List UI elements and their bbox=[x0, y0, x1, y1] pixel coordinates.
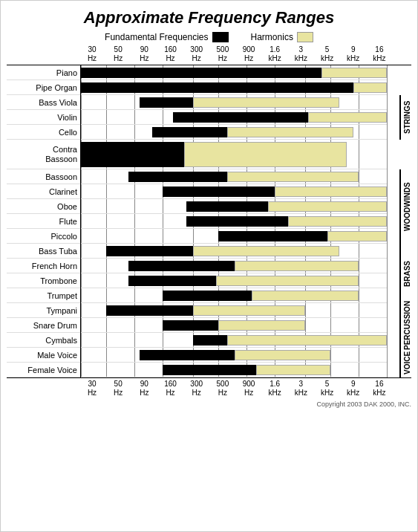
row-divider-19 bbox=[81, 377, 387, 377]
legend: Fundamental Frequencies Harmonics bbox=[7, 32, 411, 42]
row-divider-5 bbox=[81, 169, 387, 169]
bar-black-14 bbox=[163, 291, 252, 301]
bar-tan-6 bbox=[227, 172, 359, 182]
legend-harmonics: Harmonics bbox=[251, 32, 313, 42]
freq-900: 900Hz bbox=[238, 45, 260, 63]
label-bass-tuba: Bass Tuba bbox=[7, 244, 80, 259]
freq-1k6: 1.6kHz bbox=[264, 45, 286, 63]
row-divider-14 bbox=[81, 302, 387, 303]
label-violin: Violin bbox=[7, 110, 80, 125]
bar-black-16 bbox=[163, 320, 218, 331]
label-snare-drum: Snare Drum bbox=[7, 318, 80, 333]
grid-line-30 bbox=[81, 65, 82, 377]
row-divider-17 bbox=[81, 347, 387, 348]
row-divider-3 bbox=[81, 124, 387, 125]
bars-area bbox=[81, 65, 388, 377]
freq-3k: 3kHz bbox=[290, 45, 312, 63]
row-divider-7 bbox=[81, 198, 387, 199]
bar-black-19 bbox=[163, 365, 256, 375]
bar-black-5 bbox=[81, 142, 184, 167]
freq-5k: 5kHz bbox=[316, 45, 339, 63]
bar-black-2 bbox=[140, 97, 193, 108]
brace-voice: VOICE bbox=[399, 348, 411, 377]
freq-500: 500Hz bbox=[212, 45, 234, 63]
bar-black-0 bbox=[81, 68, 321, 78]
bar-tan-1 bbox=[353, 82, 387, 93]
bar-tan-16 bbox=[218, 320, 306, 331]
row-divider-9 bbox=[81, 228, 387, 229]
freq-9k: 9kHz bbox=[342, 45, 365, 63]
bar-black-4 bbox=[152, 127, 226, 137]
bar-black-9 bbox=[186, 216, 288, 227]
bar-black-3 bbox=[173, 112, 308, 123]
row-divider-12 bbox=[81, 273, 387, 273]
row-divider-4 bbox=[81, 139, 387, 140]
label-clarinet: Clarinet bbox=[7, 184, 80, 199]
bar-tan-3 bbox=[308, 112, 387, 123]
bar-tan-14 bbox=[252, 291, 359, 301]
brace-percussion: PERCUSSION bbox=[399, 303, 411, 348]
freq-50: 50Hz bbox=[107, 45, 129, 63]
freq-30: 30Hz bbox=[81, 45, 103, 63]
brace-strings: STRINGS bbox=[399, 95, 411, 140]
row-divider-11 bbox=[81, 258, 387, 259]
row-divider-0 bbox=[81, 80, 387, 80]
chart-body: Piano Pipe Organ Bass Viola Violin Cello… bbox=[7, 65, 411, 378]
row-divider-6 bbox=[81, 184, 387, 184]
label-bassoon: Bassoon bbox=[7, 169, 80, 184]
label-piano: Piano bbox=[7, 65, 80, 80]
brace-brass: BRASS bbox=[399, 244, 411, 303]
legend-fundamental-label: Fundamental Frequencies bbox=[105, 32, 208, 42]
label-tympani: Tympani bbox=[7, 303, 80, 318]
label-flute: Flute bbox=[7, 214, 80, 229]
grid-line-160 bbox=[163, 65, 163, 377]
bar-black-1 bbox=[81, 82, 353, 93]
freq-300: 300Hz bbox=[186, 45, 208, 63]
label-female-voice: Female Voice bbox=[7, 363, 80, 377]
label-contra-bassoon: ContraBassoon bbox=[7, 140, 80, 169]
bar-tan-10 bbox=[327, 231, 387, 241]
row-divider-8 bbox=[81, 213, 387, 214]
bar-tan-5 bbox=[184, 142, 347, 167]
legend-black-box bbox=[212, 32, 229, 42]
freq-90: 90Hz bbox=[133, 45, 155, 63]
bar-tan-19 bbox=[256, 365, 330, 375]
section-labels: STRINGS WOODWINDS BRASS PERCUSSION VOICE bbox=[388, 65, 411, 377]
copyright: Copyright 2003 DAK 2000, INC. bbox=[7, 400, 411, 408]
legend-fundamental: Fundamental Frequencies bbox=[105, 32, 228, 42]
label-oboe: Oboe bbox=[7, 199, 80, 214]
label-bass-viola: Bass Viola bbox=[7, 95, 80, 110]
bar-black-13 bbox=[128, 276, 216, 286]
row-divider-1 bbox=[81, 94, 387, 95]
bar-tan-12 bbox=[235, 261, 359, 271]
bar-black-18 bbox=[140, 350, 235, 360]
grid-line-50 bbox=[106, 65, 107, 377]
bar-black-11 bbox=[106, 246, 194, 256]
label-male-voice: Male Voice bbox=[7, 348, 80, 363]
bar-tan-2 bbox=[193, 97, 339, 108]
legend-harmonics-label: Harmonics bbox=[251, 32, 293, 42]
bar-tan-8 bbox=[268, 201, 387, 212]
label-french-horn: French Horn bbox=[7, 259, 80, 273]
row-divider-10 bbox=[81, 243, 387, 244]
row-divider-13 bbox=[81, 288, 387, 288]
bar-black-17 bbox=[193, 335, 226, 346]
bar-tan-9 bbox=[288, 216, 387, 227]
label-pipe-organ: Pipe Organ bbox=[7, 80, 80, 95]
bar-black-6 bbox=[128, 172, 226, 182]
row-divider-15 bbox=[81, 317, 387, 318]
page: Approximate Frequency Ranges Fundamental… bbox=[0, 0, 418, 532]
page-title: Approximate Frequency Ranges bbox=[7, 8, 411, 27]
chart-container: 30Hz 50Hz 90Hz 160Hz 300Hz 500Hz 900Hz 1… bbox=[7, 45, 411, 399]
legend-tan-box bbox=[297, 32, 313, 42]
row-divider-16 bbox=[81, 332, 387, 333]
bar-tan-0 bbox=[321, 68, 387, 78]
freq-16k: 16kHz bbox=[368, 45, 391, 63]
bar-tan-4 bbox=[227, 127, 353, 137]
bar-tan-18 bbox=[235, 350, 330, 360]
label-trombone: Trombone bbox=[7, 273, 80, 288]
bar-black-10 bbox=[218, 231, 327, 241]
label-piccolo: Piccolo bbox=[7, 229, 80, 244]
row-divider-2 bbox=[81, 109, 387, 110]
freq-labels-bottom: 30Hz 50Hz 90Hz 160Hz 300Hz 500Hz 900Hz 1… bbox=[81, 380, 391, 399]
